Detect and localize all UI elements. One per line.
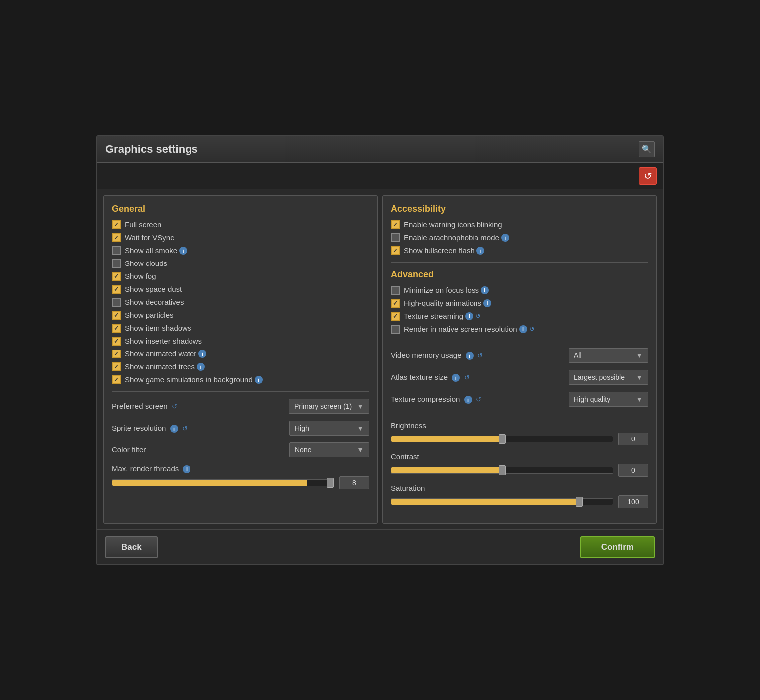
general-checkbox-decoratives[interactable]: Show decoratives: [112, 298, 369, 307]
info-icon-minimize-focus[interactable]: i: [481, 286, 489, 294]
cb-arachnophobia[interactable]: [391, 233, 400, 242]
cb-fullscreen-flash[interactable]: [391, 246, 400, 255]
info-icon-fullscreen-flash[interactable]: i: [476, 247, 484, 255]
accessibility-checkbox-warning-blink[interactable]: Enable warning icons blinking: [391, 220, 648, 229]
cb-minimize-focus[interactable]: [391, 286, 400, 295]
chevron-down-icon: ▼: [357, 402, 364, 410]
saturation-slider[interactable]: [391, 498, 613, 505]
contrast-thumb[interactable]: [499, 465, 506, 475]
cb-animated-water[interactable]: [112, 350, 121, 358]
info-icon-arachnophobia[interactable]: i: [501, 234, 509, 242]
info-icon-texture-compression[interactable]: i: [464, 396, 472, 404]
preferred-screen-dropdown[interactable]: Primary screen (1) ▼: [289, 399, 369, 414]
cb-hq-animations[interactable]: [391, 299, 400, 308]
window-title: Graphics settings: [105, 143, 198, 156]
cb-fog[interactable]: [112, 272, 121, 281]
cb-warning-blink[interactable]: [391, 220, 400, 229]
saturation-fill: [391, 499, 579, 505]
general-checkbox-clouds[interactable]: Show clouds: [112, 259, 369, 268]
confirm-button[interactable]: Confirm: [580, 536, 655, 558]
general-checkbox-vsync[interactable]: Wait for VSync: [112, 233, 369, 242]
info-icon-smoke[interactable]: i: [179, 247, 187, 255]
cb-vsync[interactable]: [112, 233, 121, 242]
cb-animated-trees[interactable]: [112, 362, 121, 371]
info-icon-hq-animations[interactable]: i: [483, 299, 491, 307]
general-checkbox-particles[interactable]: Show particles: [112, 311, 369, 320]
general-checkbox-animated-water[interactable]: Show animated water i: [112, 350, 369, 358]
refresh-icon-video-memory[interactable]: ↺: [476, 351, 484, 359]
info-icon-sprite-res[interactable]: i: [170, 425, 178, 433]
info-icon-render-threads[interactable]: i: [183, 465, 190, 473]
cb-particles[interactable]: [112, 311, 121, 320]
general-checkbox-animated-trees[interactable]: Show animated trees i: [112, 362, 369, 371]
cb-game-simulations[interactable]: [112, 375, 121, 384]
refresh-icon-texture-compression[interactable]: ↺: [475, 395, 483, 403]
advanced-checkbox-native-resolution[interactable]: Render in native screen resolution i ↺: [391, 325, 648, 334]
brightness-thumb[interactable]: [499, 434, 506, 444]
reset-button[interactable]: ↺: [639, 167, 657, 185]
cb-smoke[interactable]: [112, 246, 121, 255]
content-area: General Full screen Wait for VSync Show …: [97, 189, 663, 529]
saturation-thumb[interactable]: [576, 497, 583, 507]
saturation-slider-row: 100: [391, 495, 648, 508]
cb-inserter-shadows[interactable]: [112, 337, 121, 346]
sprite-resolution-label: Sprite resolution i ↺: [112, 424, 289, 433]
contrast-slider[interactable]: [391, 467, 613, 474]
cb-decoratives[interactable]: [112, 298, 121, 307]
advanced-checkbox-texture-streaming[interactable]: Texture streaming i ↺: [391, 312, 648, 321]
render-threads-fill: [112, 480, 307, 486]
video-memory-dropdown[interactable]: All ▼: [569, 348, 648, 363]
color-filter-dropdown[interactable]: None ▼: [289, 442, 369, 457]
brightness-slider[interactable]: [391, 436, 613, 442]
preferred-screen-row: Preferred screen ↺ Primary screen (1) ▼: [112, 399, 369, 414]
cb-native-resolution[interactable]: [391, 325, 400, 334]
render-threads-slider-row: 8: [112, 476, 369, 489]
general-checkbox-full-screen[interactable]: Full screen: [112, 220, 369, 229]
render-threads-slider[interactable]: [112, 479, 334, 486]
toolbar: ↺: [97, 163, 663, 189]
refresh-icon-atlas-texture[interactable]: ↺: [463, 373, 471, 381]
chevron-down-icon-4: ▼: [636, 351, 643, 359]
general-checkbox-game-simulations[interactable]: Show game simulations in background i: [112, 375, 369, 384]
cb-full-screen[interactable]: [112, 220, 121, 229]
advanced-checkbox-minimize-focus[interactable]: Minimize on focus loss i: [391, 286, 648, 295]
info-icon-animated-water[interactable]: i: [198, 350, 206, 358]
general-checkbox-smoke[interactable]: Show all smoke i: [112, 246, 369, 255]
info-icon-game-simulations[interactable]: i: [255, 376, 263, 384]
refresh-icon-sprite-res[interactable]: ↺: [181, 424, 189, 432]
graphics-settings-window: Graphics settings 🔍 ↺ General Full scree…: [96, 135, 664, 565]
info-icon-video-memory[interactable]: i: [466, 352, 474, 360]
general-checkbox-inserter-shadows[interactable]: Show inserter shadows: [112, 337, 369, 346]
search-button[interactable]: 🔍: [639, 141, 655, 157]
render-threads-thumb[interactable]: [327, 478, 334, 488]
advanced-checkbox-hq-animations[interactable]: High-quality animations i: [391, 299, 648, 308]
brightness-section: Brightness 0: [391, 421, 648, 445]
general-checkbox-space-dust[interactable]: Show space dust: [112, 285, 369, 294]
cb-item-shadows[interactable]: [112, 324, 121, 333]
back-button[interactable]: Back: [105, 536, 158, 558]
refresh-icon-texture-streaming[interactable]: ↺: [474, 312, 482, 320]
atlas-texture-dropdown[interactable]: Largest possible ▼: [569, 370, 648, 385]
info-icon-native-res[interactable]: i: [519, 325, 527, 333]
accessibility-checkbox-arachnophobia[interactable]: Enable arachnophobia mode i: [391, 233, 648, 242]
render-threads-label: Max. render threads i: [112, 464, 369, 473]
accessibility-checkbox-fullscreen-flash[interactable]: Show fullscreen flash i: [391, 246, 648, 255]
general-checkbox-item-shadows[interactable]: Show item shadows: [112, 324, 369, 333]
info-icon-animated-trees[interactable]: i: [197, 363, 205, 371]
render-threads-value: 8: [339, 476, 369, 489]
cb-space-dust[interactable]: [112, 285, 121, 294]
refresh-icon-preferred-screen[interactable]: ↺: [171, 402, 179, 410]
cb-texture-streaming[interactable]: [391, 312, 400, 321]
chevron-down-icon-3: ▼: [357, 446, 364, 454]
sprite-resolution-dropdown[interactable]: High ▼: [289, 421, 369, 436]
footer: Back Confirm: [97, 529, 663, 564]
info-icon-atlas-texture[interactable]: i: [452, 374, 460, 382]
saturation-section: Saturation 100: [391, 484, 648, 508]
texture-compression-dropdown[interactable]: High quality ▼: [569, 392, 648, 407]
chevron-down-icon-6: ▼: [636, 395, 643, 403]
general-checkbox-fog[interactable]: Show fog: [112, 272, 369, 281]
info-icon-texture-streaming[interactable]: i: [465, 312, 473, 320]
cb-clouds[interactable]: [112, 259, 121, 268]
refresh-icon-native-res[interactable]: ↺: [528, 325, 536, 333]
chevron-down-icon-2: ▼: [357, 424, 364, 432]
